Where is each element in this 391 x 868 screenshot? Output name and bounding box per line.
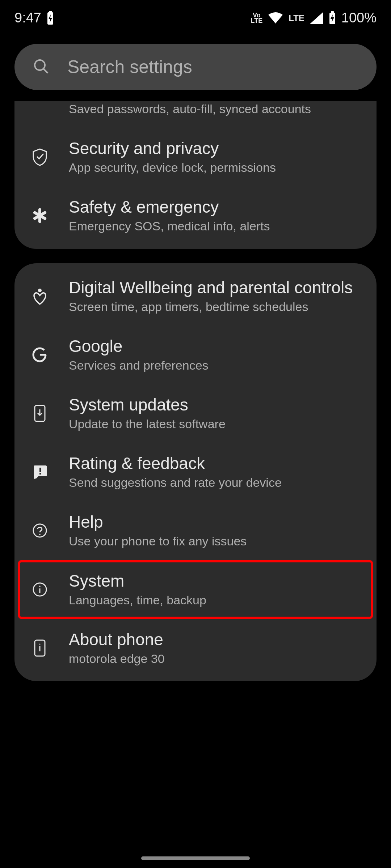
svg-rect-17 — [39, 473, 41, 475]
settings-group: Digital Wellbeing and parental controls … — [14, 263, 377, 681]
settings-row-title: Google — [69, 336, 209, 356]
search-settings[interactable]: Search settings — [14, 44, 377, 90]
settings-group: Saved passwords, auto-fill, synced accou… — [14, 101, 377, 249]
gesture-nav-handle[interactable] — [141, 856, 250, 860]
wifi-icon — [268, 12, 283, 24]
settings-row-about-phone[interactable]: About phone motorola edge 30 — [14, 619, 377, 677]
settings-row-security-privacy[interactable]: Security and privacy App security, devic… — [14, 128, 377, 186]
settings-row-safety-emergency[interactable]: Safety & emergency Emergency SOS, medica… — [14, 186, 377, 245]
settings-row-system-updates[interactable]: System updates Update to the latest soft… — [14, 384, 377, 443]
status-time: 9:47 — [14, 10, 41, 26]
settings-row-title: System updates — [69, 395, 226, 414]
volte-icon: Vo LTE — [251, 13, 263, 23]
shield-check-icon — [29, 148, 51, 166]
network-label: LTE — [289, 13, 304, 23]
svg-marker-15 — [35, 476, 39, 479]
settings-row-title: Help — [69, 512, 247, 532]
search-placeholder: Search settings — [67, 56, 192, 77]
settings-row-rating-feedback[interactable]: Rating & feedback Send suggestions and r… — [14, 443, 377, 501]
settings-row-google[interactable]: Google Services and preferences — [14, 326, 377, 384]
signal-icon — [310, 12, 323, 24]
settings-row-passwords[interactable]: Saved passwords, auto-fill, synced accou… — [14, 101, 377, 128]
svg-marker-3 — [310, 12, 323, 24]
svg-point-12 — [38, 289, 42, 292]
info-icon — [29, 582, 51, 597]
settings-row-title: Rating & feedback — [69, 454, 282, 473]
settings-row-digital-wellbeing[interactable]: Digital Wellbeing and parental controls … — [14, 267, 377, 326]
svg-point-19 — [39, 534, 41, 536]
settings-row-subtitle: Emergency SOS, medical info, alerts — [69, 218, 270, 234]
svg-point-24 — [39, 643, 40, 644]
svg-point-7 — [35, 60, 45, 70]
settings-row-subtitle: Screen time, app timers, bedtime schedul… — [69, 299, 353, 315]
svg-rect-1 — [49, 11, 52, 13]
battery-icon — [328, 11, 336, 25]
settings-row-title: Security and privacy — [69, 139, 276, 158]
settings-row-title: System — [69, 571, 206, 591]
settings-row-system[interactable]: System Languages, time, backup — [18, 560, 373, 619]
settings-row-title: Safety & emergency — [69, 197, 270, 217]
help-icon — [29, 523, 51, 539]
asterisk-icon — [29, 208, 51, 224]
settings-row-subtitle: Saved passwords, auto-fill, synced accou… — [69, 101, 311, 117]
wellbeing-icon — [29, 288, 51, 305]
settings-row-subtitle: Languages, time, backup — [69, 592, 206, 608]
settings-list: Saved passwords, auto-fill, synced accou… — [0, 101, 391, 681]
settings-row-subtitle: App security, device lock, permissions — [69, 159, 276, 175]
settings-row-subtitle: Update to the latest software — [69, 416, 226, 432]
feedback-icon — [29, 464, 51, 480]
svg-point-21 — [39, 586, 41, 587]
svg-rect-5 — [331, 11, 334, 13]
battery-charging-icon — [46, 11, 54, 25]
battery-percent: 100% — [341, 10, 377, 26]
settings-row-subtitle: motorola edge 30 — [69, 651, 165, 667]
statusbar: 9:47 Vo LTE LTE 100% — [0, 0, 391, 29]
search-icon — [33, 58, 49, 76]
svg-line-8 — [44, 69, 48, 73]
svg-rect-16 — [39, 468, 41, 472]
settings-row-title: Digital Wellbeing and parental controls — [69, 278, 353, 297]
settings-row-subtitle: Services and preferences — [69, 357, 209, 373]
google-icon — [29, 347, 51, 363]
phone-download-icon — [29, 404, 51, 422]
settings-row-help[interactable]: Help Use your phone to fix any issues — [14, 501, 377, 560]
settings-row-title: About phone — [69, 630, 165, 649]
settings-row-subtitle: Use your phone to fix any issues — [69, 533, 247, 549]
settings-row-subtitle: Send suggestions and rate your device — [69, 475, 282, 490]
phone-info-icon — [29, 639, 51, 657]
